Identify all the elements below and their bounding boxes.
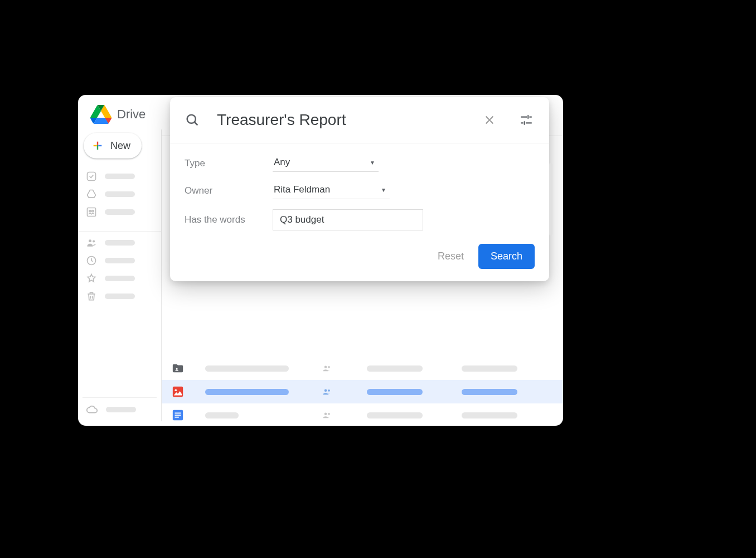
file-row[interactable] <box>162 380 563 403</box>
svg-rect-1 <box>88 208 96 217</box>
file-list <box>162 357 563 426</box>
clock-icon <box>86 255 97 266</box>
sidebar: New <box>78 129 162 421</box>
search-options-button[interactable] <box>516 109 537 131</box>
svg-rect-16 <box>175 415 181 416</box>
file-row[interactable] <box>162 403 563 426</box>
sidebar-item-storage[interactable] <box>83 397 157 421</box>
close-icon <box>483 114 496 126</box>
filter-words-input[interactable] <box>273 209 423 230</box>
svg-point-18 <box>324 413 327 416</box>
checkbox-icon <box>86 171 97 182</box>
svg-point-2 <box>89 210 91 212</box>
svg-point-5 <box>93 240 95 242</box>
caret-down-icon: ▼ <box>381 187 386 193</box>
sidebar-item-shared[interactable] <box>83 235 157 251</box>
trash-icon <box>86 291 97 302</box>
image-file-icon <box>172 386 184 398</box>
file-row[interactable] <box>162 357 563 380</box>
drive-logo-icon <box>90 105 112 124</box>
reset-button[interactable]: Reset <box>438 251 464 262</box>
sidebar-item-shared-drives[interactable] <box>83 204 157 220</box>
sidebar-item-my-drive[interactable] <box>83 186 157 202</box>
star-icon <box>86 273 97 284</box>
shared-icon <box>322 411 332 419</box>
filter-words-label: Has the words <box>185 214 263 225</box>
cloud-icon <box>86 403 98 416</box>
svg-rect-0 <box>88 172 96 181</box>
svg-point-4 <box>89 239 91 242</box>
svg-rect-15 <box>175 412 181 413</box>
clear-search-button[interactable] <box>480 110 499 129</box>
plus-icon <box>91 140 104 152</box>
svg-point-12 <box>324 389 327 392</box>
sidebar-item-starred[interactable] <box>83 271 157 286</box>
filter-owner-value: Rita Feldman <box>274 184 330 195</box>
filter-type-dropdown[interactable]: Any ▼ <box>273 155 379 172</box>
sidebar-item-priority[interactable] <box>83 169 157 184</box>
drive-outline-icon <box>86 189 97 200</box>
product-name: Drive <box>117 107 146 122</box>
svg-rect-17 <box>175 417 179 418</box>
shared-icon <box>322 388 332 396</box>
people-icon <box>86 237 97 248</box>
filter-type-value: Any <box>274 157 290 168</box>
sidebar-item-recent[interactable] <box>83 253 157 268</box>
svg-point-11 <box>175 389 177 391</box>
filter-owner-dropdown[interactable]: Rita Feldman ▼ <box>273 182 390 199</box>
people-box-icon <box>86 206 97 218</box>
filter-owner-label: Owner <box>185 185 263 196</box>
caret-down-icon: ▼ <box>370 160 375 166</box>
search-icon <box>185 112 200 128</box>
svg-point-9 <box>328 366 330 368</box>
advanced-search-panel: Type Any ▼ Owner Rita Feldman ▼ Has the … <box>170 97 549 281</box>
svg-point-13 <box>328 389 330 392</box>
docs-file-icon <box>172 409 184 421</box>
search-button[interactable]: Search <box>478 244 535 269</box>
sidebar-item-trash[interactable] <box>83 288 157 304</box>
svg-point-19 <box>328 413 330 415</box>
svg-point-7 <box>176 368 178 369</box>
shared-folder-icon <box>172 362 184 374</box>
svg-point-3 <box>92 210 94 212</box>
tune-icon <box>519 113 534 127</box>
svg-point-8 <box>324 366 327 369</box>
search-input[interactable] <box>217 111 463 129</box>
scrollbar[interactable] <box>549 163 553 235</box>
new-button[interactable]: New <box>84 133 142 158</box>
new-button-label: New <box>110 140 130 152</box>
svg-rect-10 <box>173 387 183 397</box>
shared-icon <box>322 364 332 372</box>
filter-type-label: Type <box>185 158 263 169</box>
